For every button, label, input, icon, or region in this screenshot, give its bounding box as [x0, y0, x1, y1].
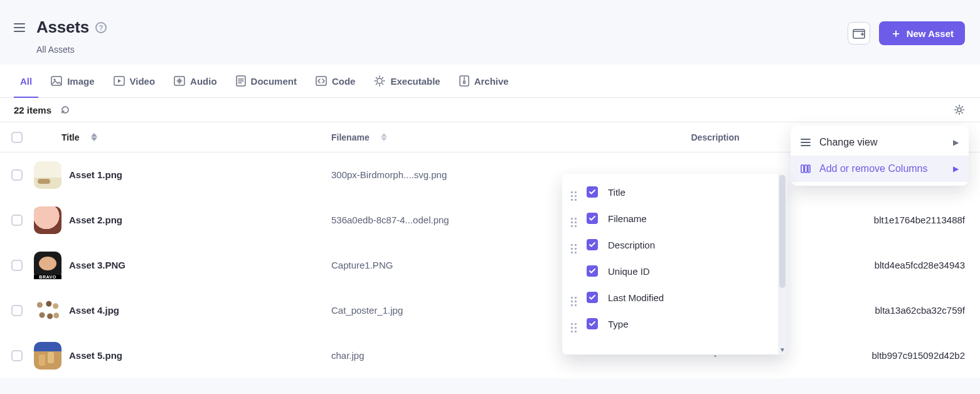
column-option-label: Unique ID [608, 266, 650, 277]
column-option-label: Type [608, 319, 629, 329]
asset-thumbnail [34, 342, 61, 370]
video-icon [114, 76, 125, 86]
asset-uid: blt1e1764be2113488f [804, 215, 980, 225]
column-description[interactable]: Description [626, 132, 804, 142]
new-asset-label: New Asset [907, 28, 954, 39]
menu-add-remove-columns[interactable]: Add or remove Columns ▶ [791, 156, 969, 182]
column-checkbox[interactable] [587, 213, 598, 224]
scrollbar-thumb[interactable] [779, 175, 786, 288]
column-option-last-modified[interactable]: Last Modified [571, 292, 769, 303]
menu-icon[interactable] [14, 23, 25, 33]
tab-image[interactable]: Image [51, 65, 94, 97]
tab-archive-label: Archive [474, 76, 509, 87]
help-icon[interactable]: ? [95, 22, 107, 33]
asset-uid: bltb997c915092d42b2 [804, 350, 980, 361]
select-all-checkbox[interactable] [11, 132, 23, 143]
tab-archive[interactable]: Archive [459, 65, 509, 97]
table-row[interactable]: Asset 4.jpg Cat_poster_1.jpg blta13a62cb… [0, 288, 980, 333]
column-option-label: Filename [608, 213, 647, 224]
column-option-label: Last Modified [608, 292, 664, 303]
svg-rect-11 [801, 165, 804, 173]
asset-title: Asset 4.jpg [61, 305, 331, 316]
column-filename-label: Filename [331, 132, 370, 142]
column-description-label: Description [691, 132, 739, 142]
menu-change-view[interactable]: Change view ▶ [791, 129, 969, 156]
tab-executable-label: Executable [390, 76, 440, 87]
svg-rect-1 [51, 77, 61, 85]
tab-executable[interactable]: Executable [374, 65, 440, 97]
asset-uid: blta13a62cba32c759f [804, 305, 980, 316]
asset-thumbnail [34, 297, 61, 324]
column-checkbox[interactable] [587, 239, 598, 250]
sort-title-icon[interactable] [91, 133, 97, 141]
asset-thumbnail [34, 252, 61, 279]
asset-thumbnail [34, 161, 61, 189]
column-option-type[interactable]: Type [571, 318, 769, 329]
asset-title: Asset 1.png [61, 169, 331, 180]
tab-document-label: Document [251, 76, 297, 87]
drag-handle-icon[interactable] [571, 244, 577, 246]
column-title[interactable]: Title [61, 132, 331, 142]
columns-popup: ▼ Title Filename Description Unique I [562, 174, 787, 354]
refresh-icon[interactable] [60, 105, 70, 115]
column-checkbox[interactable] [587, 292, 598, 303]
asset-title: Asset 5.png [61, 350, 331, 361]
column-option-title[interactable]: Title [571, 186, 769, 198]
asset-uid: bltd4ea5fcd28e34943 [804, 260, 980, 270]
tab-code-label: Code [332, 76, 356, 87]
drag-handle-icon[interactable] [571, 323, 577, 325]
row-checkbox[interactable] [11, 305, 23, 316]
audio-icon [174, 76, 185, 86]
sort-filename-icon[interactable] [381, 133, 387, 141]
chevron-right-icon: ▶ [953, 138, 959, 147]
folder-plus-icon [853, 28, 865, 39]
page-title: Assets [36, 18, 89, 37]
column-filename[interactable]: Filename [331, 132, 626, 142]
column-title-label: Title [61, 132, 80, 142]
column-checkbox[interactable] [587, 318, 598, 329]
table-row[interactable]: Asset 2.png 536a0edb-8c87-4...odel.png b… [0, 198, 980, 243]
asset-tabs: All Image Video Audio Document [0, 65, 980, 98]
row-checkbox[interactable] [11, 215, 23, 226]
column-option-unique-id[interactable]: Unique ID [571, 265, 769, 277]
drag-handle-icon[interactable] [571, 191, 577, 193]
scrollbar-down-icon[interactable]: ▼ [778, 346, 787, 353]
tab-video-label: Video [130, 76, 156, 87]
asset-title: Asset 3.PNG [61, 260, 331, 270]
code-icon [316, 76, 327, 86]
tab-audio[interactable]: Audio [174, 65, 217, 97]
drag-handle-icon[interactable] [571, 297, 577, 299]
asset-title: Asset 2.png [61, 215, 331, 225]
row-checkbox[interactable] [11, 350, 23, 361]
tab-document[interactable]: Document [236, 65, 297, 97]
column-checkbox[interactable] [587, 186, 598, 198]
list-view-icon [801, 138, 811, 147]
tab-image-label: Image [67, 76, 94, 87]
asset-thumbnail [34, 206, 61, 234]
settings-gear-icon[interactable] [954, 104, 965, 115]
column-option-description[interactable]: Description [571, 239, 769, 250]
column-option-filename[interactable]: Filename [571, 213, 769, 224]
scrollbar[interactable]: ▼ [778, 174, 787, 354]
breadcrumb: All Assets [36, 45, 107, 55]
tab-audio-label: Audio [190, 76, 217, 87]
menu-add-remove-label: Add or remove Columns [819, 163, 928, 174]
tab-all[interactable]: All [20, 65, 32, 97]
row-checkbox[interactable] [11, 169, 23, 181]
column-option-label: Title [608, 187, 626, 198]
tab-all-label: All [20, 76, 32, 87]
items-count: 22 items [14, 105, 51, 115]
row-checkbox[interactable] [11, 260, 23, 271]
document-icon [236, 75, 246, 87]
new-asset-button[interactable]: ＋ New Asset [879, 21, 965, 45]
svg-point-7 [377, 78, 382, 83]
column-checkbox[interactable] [587, 265, 598, 277]
drag-handle-icon[interactable] [571, 218, 577, 220]
table-row[interactable]: Asset 3.PNG Capture1.PNG bltd4ea5fcd28e3… [0, 243, 980, 288]
new-folder-button[interactable] [848, 22, 870, 45]
tab-video[interactable]: Video [114, 65, 156, 97]
table-row[interactable]: Asset 5.png char.jpg - bltb997c915092d42… [0, 333, 980, 378]
svg-rect-12 [805, 165, 807, 173]
image-icon [51, 76, 62, 86]
tab-code[interactable]: Code [316, 65, 356, 97]
